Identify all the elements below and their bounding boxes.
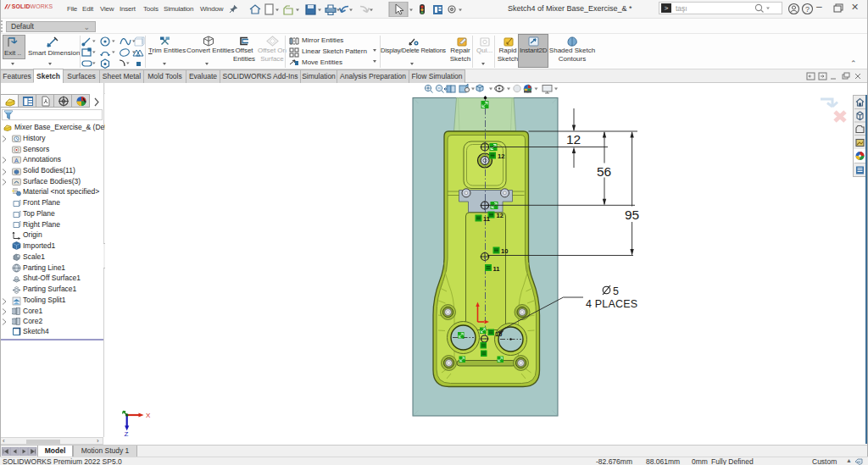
- svg-text:X: X: [146, 412, 151, 419]
- svg-text:11: 11: [493, 265, 500, 273]
- svg-text:12: 12: [566, 132, 581, 147]
- svg-text:Z: Z: [125, 430, 129, 438]
- svg-text:95: 95: [625, 208, 639, 222]
- svg-text:10: 10: [501, 247, 508, 255]
- svg-text:4 PLACES: 4 PLACES: [586, 298, 637, 310]
- svg-text:WORKS: WORKS: [31, 4, 53, 10]
- svg-text:5: 5: [613, 285, 619, 297]
- svg-text:SOLID: SOLID: [12, 4, 31, 10]
- svg-text:12: 12: [497, 212, 504, 219]
- svg-text:?: ?: [805, 5, 810, 14]
- svg-text:56: 56: [597, 164, 611, 179]
- svg-text:12: 12: [498, 152, 504, 160]
- svg-text:A: A: [14, 158, 19, 163]
- svg-text:11: 11: [483, 215, 490, 223]
